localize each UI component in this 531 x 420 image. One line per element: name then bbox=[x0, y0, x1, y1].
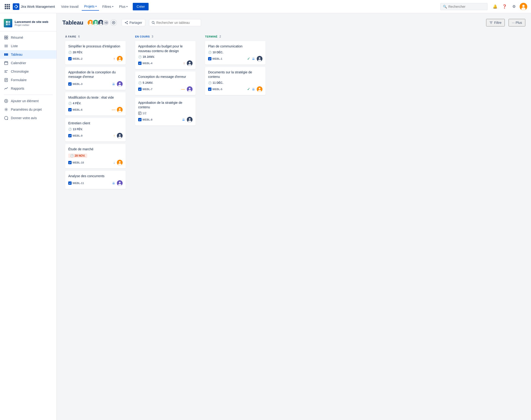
svg-rect-6 bbox=[6, 23, 8, 25]
projets-chevron-icon: ▾ bbox=[96, 5, 97, 8]
ajouter-icon bbox=[4, 99, 9, 103]
priority-icon: — bbox=[181, 87, 185, 91]
card-date: 🕐 19 JANV. bbox=[138, 55, 193, 59]
card-webl-6[interactable]: Modification du texte : état vide 🕐 4 FÉ… bbox=[65, 92, 126, 116]
card-webl-11[interactable]: Analyse des concurrents WEBL-11 ⇊ bbox=[65, 171, 126, 189]
checkbox-icon bbox=[138, 118, 142, 121]
sidebar-item-calendrier[interactable]: Calendrier bbox=[0, 59, 56, 67]
clock-icon: 🕐 bbox=[138, 55, 142, 59]
sidebar-item-tableau[interactable]: Tableau bbox=[0, 50, 56, 59]
share-button[interactable]: Partager bbox=[122, 19, 145, 26]
card-webl-3[interactable]: Approbation de la conception du message … bbox=[65, 67, 126, 90]
card-title: Conception du message d'erreur bbox=[138, 75, 193, 79]
avatar-add-button[interactable] bbox=[110, 19, 117, 26]
sidebar-item-avis[interactable]: Donner votre avis bbox=[0, 114, 56, 122]
settings-icon[interactable]: ⚙ bbox=[510, 3, 518, 10]
project-type: Projet métier bbox=[15, 24, 48, 26]
card-avatar bbox=[117, 107, 123, 113]
card-webl-9[interactable]: Entretien client 🕐 13 FÉV. WEBL-9 ↑ bbox=[65, 118, 126, 142]
card-avatar bbox=[257, 56, 262, 61]
filtres-chevron-icon: ▾ bbox=[112, 5, 113, 8]
global-search[interactable]: 🔍 bbox=[440, 3, 487, 10]
search-icon: 🔍 bbox=[443, 5, 447, 9]
board-search[interactable] bbox=[149, 19, 201, 26]
svg-point-47 bbox=[125, 22, 126, 23]
card-title: Plan de communication bbox=[208, 44, 262, 49]
svg-rect-17 bbox=[7, 53, 8, 56]
svg-point-35 bbox=[89, 23, 92, 26]
svg-point-56 bbox=[119, 57, 121, 59]
card-title: Documents sur la stratégie de contenu bbox=[208, 70, 262, 79]
card-avatar bbox=[187, 60, 193, 66]
help-icon[interactable]: ❓ bbox=[501, 3, 508, 10]
sidebar-item-rapports[interactable]: Rapports bbox=[0, 84, 56, 93]
sidebar-item-ajouter[interactable]: Ajouter un élément bbox=[0, 97, 56, 105]
page-title: Tableau bbox=[62, 19, 83, 26]
kanban-board: À FAIRE 6 Simplifier le processus d'inté… bbox=[62, 32, 525, 200]
project-info: Lancement de site web Projet métier bbox=[15, 20, 48, 26]
nav-votre-travail[interactable]: Votre travail bbox=[59, 3, 81, 10]
more-button[interactable]: ··· Plus bbox=[509, 19, 525, 26]
nav-filtres[interactable]: Filtres ▾ bbox=[100, 3, 116, 10]
svg-point-2 bbox=[522, 5, 525, 7]
svg-point-65 bbox=[119, 134, 121, 136]
sidebar-item-chronologie[interactable]: Chronologie bbox=[0, 67, 56, 76]
sidebar: Lancement de site web Projet métier Résu… bbox=[0, 13, 57, 420]
svg-point-90 bbox=[259, 88, 260, 90]
card-footer: WEBL-2 ↑ bbox=[68, 56, 123, 61]
sidebar-item-formulaire[interactable]: Formulaire bbox=[0, 76, 56, 84]
card-date: 🕐 10 DÉC. bbox=[208, 51, 262, 54]
checkbox-icon bbox=[68, 82, 72, 86]
nav-links: Votre travail Projets ▾ Filtres ▾ Plus ▾ bbox=[59, 3, 130, 11]
svg-rect-0 bbox=[13, 3, 19, 10]
checkbox-icon bbox=[68, 181, 72, 185]
overdue-badge: 🕐 28 NOV. bbox=[68, 154, 87, 158]
column-inprogress: EN COURS 3 Approbation du budget pour le… bbox=[132, 32, 198, 131]
nav-plus[interactable]: Plus ▾ bbox=[117, 3, 130, 10]
sidebar-item-liste[interactable]: Liste bbox=[0, 42, 56, 50]
svg-rect-10 bbox=[4, 38, 6, 39]
svg-point-45 bbox=[127, 21, 128, 22]
card-actions: ⇊ bbox=[112, 180, 123, 186]
col-status-todo: À FAIRE bbox=[65, 35, 76, 38]
card-footer: WEBL-5 ✓ ⇊ bbox=[208, 86, 262, 92]
filter-icon bbox=[489, 21, 493, 24]
card-title: Modification du texte : état vide bbox=[68, 95, 123, 100]
priority-icon: — bbox=[112, 108, 115, 112]
card-webl-7[interactable]: Conception du message d'erreur 🕐 5 JANV.… bbox=[135, 72, 195, 95]
svg-point-62 bbox=[119, 108, 121, 110]
notifications-icon[interactable]: 🔔 bbox=[491, 3, 499, 10]
filter-button[interactable]: Filtre bbox=[486, 19, 505, 26]
priority-icon: ↑ bbox=[183, 61, 185, 65]
card-webl-1[interactable]: Plan de communication 🕐 10 DÉC. WEBL-1 ✓… bbox=[205, 41, 265, 65]
create-button[interactable]: Créer bbox=[133, 3, 149, 10]
svg-point-71 bbox=[119, 182, 121, 183]
sidebar-label-tableau: Tableau bbox=[11, 53, 22, 56]
calendrier-icon bbox=[4, 61, 9, 65]
app-grid-button[interactable] bbox=[4, 3, 11, 10]
card-webl-10[interactable]: Étude de marché 🕐 28 NOV. WEBL-10 bbox=[65, 144, 126, 168]
checkbox-icon bbox=[138, 88, 142, 91]
column-header-inprogress: EN COURS 3 bbox=[135, 35, 195, 38]
search-input[interactable] bbox=[448, 5, 482, 9]
liste-icon bbox=[4, 44, 9, 48]
svg-point-46 bbox=[127, 23, 128, 24]
sidebar-project-header[interactable]: Lancement de site web Projet métier bbox=[0, 17, 56, 31]
sidebar-label-resume: Résumé bbox=[11, 36, 23, 39]
card-webl-5[interactable]: Documents sur la stratégie de contenu 🕐 … bbox=[205, 67, 265, 95]
clock-icon: 🕐 bbox=[68, 51, 72, 54]
card-avatar bbox=[117, 56, 123, 61]
board-search-input[interactable] bbox=[156, 21, 194, 25]
card-webl-2[interactable]: Simplifier le processus d'intégration 🕐 … bbox=[65, 41, 126, 65]
sidebar-item-resume[interactable]: Résumé bbox=[0, 33, 56, 42]
user-avatar[interactable] bbox=[520, 3, 527, 10]
svg-rect-11 bbox=[6, 38, 8, 39]
card-footer: WEBL-1 ✓ ⇊ bbox=[208, 56, 262, 61]
logo-area[interactable]: Jira Work Management bbox=[13, 3, 55, 10]
card-footer: WEBL-3 ⇊ bbox=[68, 81, 123, 87]
card-webl-4[interactable]: Approbation du budget pour le nouveau co… bbox=[135, 41, 195, 69]
column-done: TERMINÉ 2 Plan de communication 🕐 10 DÉC… bbox=[202, 32, 268, 100]
sidebar-item-parametres[interactable]: Paramètres du projet bbox=[0, 105, 56, 114]
card-webl-8[interactable]: Approbation de la stratégie de contenu 1… bbox=[135, 97, 195, 125]
nav-projets[interactable]: Projets ▾ bbox=[82, 3, 99, 11]
